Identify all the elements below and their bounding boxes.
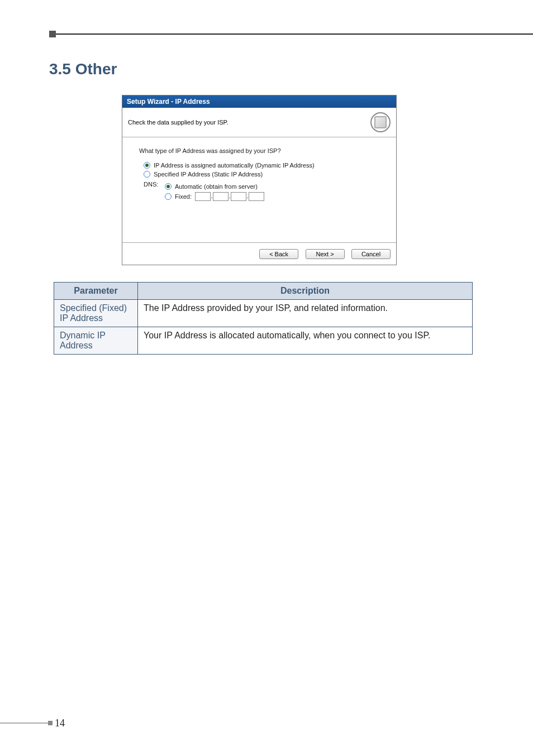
- dns-section: DNS: Automatic (obtain from server) Fixe…: [144, 181, 379, 203]
- page-content: 3.5 Other Setup Wizard - IP Address Chec…: [49, 60, 511, 355]
- wizard-question: What type of IP Address was assigned by …: [139, 147, 379, 154]
- page-number: 14: [55, 717, 65, 729]
- setup-wizard-window: Setup Wizard - IP Address Check the data…: [122, 95, 397, 265]
- cancel-button[interactable]: Cancel: [351, 249, 391, 259]
- dns-ip-octet-2[interactable]: [213, 192, 229, 201]
- wizard-icon: [370, 112, 391, 132]
- radio-row-dns-auto[interactable]: Automatic (obtain from server): [165, 183, 264, 190]
- table-header-parameter: Parameter: [54, 283, 138, 300]
- dns-ip-octet-1[interactable]: [195, 192, 211, 201]
- radio-label-dns-fixed: Fixed:: [175, 193, 192, 200]
- desc-cell: Your IP Address is allocated automatical…: [138, 327, 473, 355]
- dns-label: DNS:: [144, 181, 160, 188]
- radio-label-static-ip: Specified IP Address (Static IP Address): [154, 171, 263, 178]
- desc-cell: The IP Address provided by your ISP, and…: [138, 300, 473, 327]
- parameter-table: Parameter Description Specified (Fixed) …: [54, 282, 473, 355]
- radio-row-dynamic-ip[interactable]: IP Address is assigned automatically (Dy…: [144, 162, 379, 169]
- radio-label-dns-auto: Automatic (obtain from server): [175, 183, 258, 190]
- radio-icon: [144, 171, 150, 178]
- footer-rule: [0, 722, 49, 724]
- section-heading: 3.5 Other: [49, 60, 511, 78]
- radio-icon: [144, 162, 150, 169]
- dns-ip-octet-4[interactable]: [249, 192, 264, 201]
- header-marker: [49, 31, 56, 37]
- next-button[interactable]: Next >: [306, 249, 345, 259]
- dns-options: Automatic (obtain from server) Fixed: ..…: [165, 181, 264, 203]
- table-row: Specified (Fixed) IP Address The IP Addr…: [54, 300, 473, 327]
- wizard-body: What type of IP Address was assigned by …: [122, 137, 396, 243]
- radio-row-dns-fixed[interactable]: Fixed: ...: [165, 192, 264, 201]
- dns-ip-octet-3[interactable]: [231, 192, 246, 201]
- radio-icon: [165, 183, 172, 190]
- wizard-footer: < Back Next > Cancel: [122, 243, 396, 265]
- radio-icon: [165, 193, 172, 200]
- wizard-subheader-text: Check the data supplied by your ISP.: [128, 119, 229, 126]
- table-row: Dynamic IP Address Your IP Address is al…: [54, 327, 473, 355]
- table-header-row: Parameter Description: [54, 283, 473, 300]
- radio-label-dynamic-ip: IP Address is assigned automatically (Dy…: [154, 162, 315, 169]
- radio-row-static-ip[interactable]: Specified IP Address (Static IP Address): [144, 171, 379, 178]
- header-rule: [56, 34, 533, 35]
- table-header-description: Description: [138, 283, 473, 300]
- wizard-subheader: Check the data supplied by your ISP.: [122, 108, 396, 137]
- param-cell: Specified (Fixed) IP Address: [54, 300, 138, 327]
- wizard-titlebar: Setup Wizard - IP Address: [122, 95, 396, 108]
- param-cell: Dynamic IP Address: [54, 327, 138, 355]
- back-button[interactable]: < Back: [259, 249, 298, 259]
- dns-ip-input-group: ...: [195, 192, 264, 201]
